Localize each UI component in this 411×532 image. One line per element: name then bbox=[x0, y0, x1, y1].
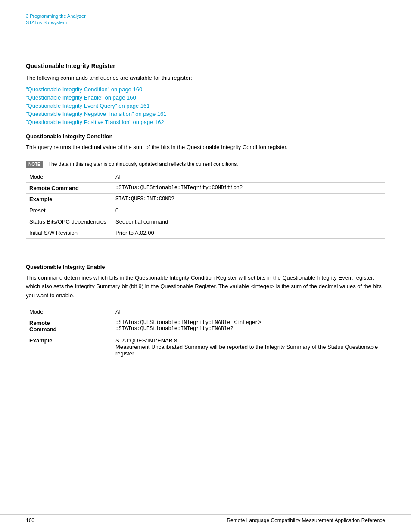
table-cell-value: STAT:QUES:INT:COND? bbox=[112, 194, 385, 205]
section2-title: Questionable Integrity Enable bbox=[26, 264, 385, 270]
table-row: Initial S/W Revision Prior to A.02.00 bbox=[26, 227, 385, 239]
section2-description: This command determines which bits in th… bbox=[26, 274, 385, 299]
example-description: Measurement Uncalibrated Summary will be… bbox=[115, 344, 382, 357]
table-cell-value: All bbox=[112, 306, 385, 317]
table-cell-label: RemoteCommand bbox=[26, 317, 112, 335]
table-cell-label: Preset bbox=[26, 205, 112, 216]
link-2[interactable]: "Questionable Integrity Enable" on page … bbox=[26, 94, 385, 101]
link-list: "Questionable Integrity Condition" on pa… bbox=[26, 86, 385, 125]
section1-table: Mode All Remote Command :STATus:QUEStion… bbox=[26, 171, 385, 239]
table-row: Example STAT:QUES:INT:ENAB 8 Measurement… bbox=[26, 335, 385, 359]
table-cell-value: All bbox=[112, 171, 385, 183]
table-row: Mode All bbox=[26, 171, 385, 183]
table-cell-value: 0 bbox=[112, 205, 385, 216]
table-row: Mode All bbox=[26, 306, 385, 317]
link-4[interactable]: "Questionable Integrity Negative Transit… bbox=[26, 111, 385, 117]
table-cell-label: Remote Command bbox=[26, 183, 112, 194]
page-number: 160 bbox=[26, 517, 34, 523]
table-row: Preset 0 bbox=[26, 205, 385, 216]
link-1[interactable]: "Questionable Integrity Condition" on pa… bbox=[26, 86, 385, 93]
table-cell-label: Mode bbox=[26, 171, 112, 183]
breadcrumb-line1: 3 Programming the Analyzer bbox=[26, 13, 385, 19]
link-5[interactable]: "Questionable Integrity Positive Transit… bbox=[26, 119, 385, 125]
page-title: Questionable Integrity Register bbox=[26, 62, 385, 69]
note-text: The data in this register is continuousl… bbox=[48, 161, 238, 168]
section1-description: This query returns the decimal value of … bbox=[26, 143, 385, 152]
note-box: NOTE The data in this register is contin… bbox=[26, 158, 385, 171]
table-cell-value: Prior to A.02.00 bbox=[112, 227, 385, 239]
table-cell-value: STAT:QUES:INT:ENAB 8 Measurement Uncalib… bbox=[112, 335, 385, 359]
table-cell-label: Example bbox=[26, 335, 112, 359]
table-cell-value: :STATus:QUEStionable:INTegrity:ENABle <i… bbox=[112, 317, 385, 335]
section2-table: Mode All RemoteCommand :STATus:QUEStiona… bbox=[26, 306, 385, 359]
table-cell-label: Status Bits/OPC dependencies bbox=[26, 216, 112, 227]
section1-title: Questionable Integrity Condition bbox=[26, 133, 385, 140]
footer: 160 Remote Language Compatibility Measur… bbox=[0, 514, 411, 523]
table-cell-value: :STATus:QUEStionable:INTegrity:CONDition… bbox=[112, 183, 385, 194]
note-label: NOTE bbox=[26, 161, 43, 168]
table-cell-label: Mode bbox=[26, 306, 112, 317]
document-title: Remote Language Compatibility Measuremen… bbox=[227, 517, 385, 523]
table-row: Status Bits/OPC dependencies Sequential … bbox=[26, 216, 385, 227]
table-row: Remote Command :STATus:QUEStionable:INTe… bbox=[26, 183, 385, 194]
table-cell-value: Sequential command bbox=[112, 216, 385, 227]
table-cell-label: Initial S/W Revision bbox=[26, 227, 112, 239]
table-row: Example STAT:QUES:INT:COND? bbox=[26, 194, 385, 205]
link-3[interactable]: "Questionable Integrity Event Query" on … bbox=[26, 103, 385, 109]
intro-text: The following commands and queries are a… bbox=[26, 74, 385, 82]
example-command: STAT:QUES:INT:ENAB 8 bbox=[115, 337, 382, 344]
table-row: RemoteCommand :STATus:QUEStionable:INTeg… bbox=[26, 317, 385, 335]
breadcrumb-line2: STATus Subsystem bbox=[26, 19, 385, 26]
breadcrumb: 3 Programming the Analyzer STATus Subsys… bbox=[26, 13, 385, 26]
table-cell-label: Example bbox=[26, 194, 112, 205]
